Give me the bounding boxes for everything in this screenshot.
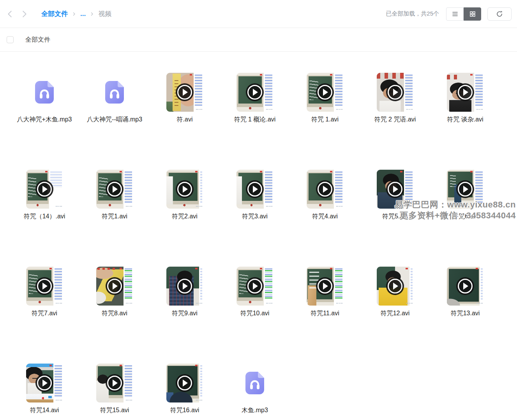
- file-item[interactable]: 符咒4.avi: [290, 170, 360, 267]
- chat-sidebar: [334, 73, 344, 112]
- play-button-icon: [176, 277, 194, 295]
- file-name: 符咒13.avi: [451, 309, 480, 318]
- file-item[interactable]: 符咒16.avi: [150, 364, 220, 420]
- file-item[interactable]: 八大神咒--唱诵.mp3: [79, 73, 150, 170]
- video-thumbnail[interactable]: [166, 170, 203, 209]
- file-item[interactable]: 符咒2.avi: [150, 170, 220, 267]
- file-item[interactable]: 符咒1.avi: [79, 170, 150, 267]
- file-item[interactable]: 符咒 2 咒语.avi: [360, 73, 430, 170]
- chat-sidebar: [404, 170, 414, 209]
- file-item[interactable]: 符咒（14）.avi: [9, 170, 79, 267]
- play-button-icon: [386, 277, 404, 295]
- video-thumbnail[interactable]: [26, 364, 63, 402]
- grid-icon: [469, 11, 476, 18]
- file-item[interactable]: 符咒11.avi: [290, 267, 360, 364]
- file-name: 符咒9.avi: [172, 309, 198, 318]
- audio-thumbnail[interactable]: [105, 81, 124, 104]
- video-thumbnail[interactable]: [447, 73, 484, 112]
- file-item[interactable]: 符.avi: [150, 73, 220, 170]
- file-item[interactable]: 符咒12.avi: [360, 267, 430, 364]
- breadcrumb-all-files[interactable]: 全部文件: [41, 9, 68, 18]
- forward-button[interactable]: [17, 7, 31, 21]
- chat-sidebar: [194, 73, 203, 112]
- play-button-icon: [246, 180, 264, 198]
- file-name: 符咒15.avi: [100, 406, 129, 415]
- select-all-label: 全部文件: [25, 36, 50, 44]
- chat-sidebar: [264, 170, 273, 209]
- refresh-button[interactable]: [487, 7, 512, 21]
- video-thumbnail[interactable]: [236, 73, 273, 112]
- video-thumbnail[interactable]: [307, 73, 344, 112]
- select-all-checkbox[interactable]: [7, 36, 14, 43]
- audio-file-icon: [245, 372, 264, 394]
- chat-sidebar: [404, 73, 414, 112]
- chat-sidebar: [199, 170, 203, 209]
- file-name: 木鱼.mp3: [242, 406, 268, 415]
- file-item[interactable]: 八大神咒+木鱼.mp3: [9, 73, 79, 170]
- video-thumbnail[interactable]: [377, 170, 414, 209]
- file-name: 符咒4.avi: [312, 212, 338, 221]
- video-thumbnail[interactable]: [26, 267, 63, 306]
- play-button-icon: [456, 83, 474, 101]
- list-view-button[interactable]: [446, 7, 464, 21]
- file-item[interactable]: 符咒 1 概论.avi: [220, 73, 290, 170]
- chat-sidebar: [53, 364, 63, 402]
- file-item[interactable]: 木鱼.mp3: [220, 364, 290, 420]
- play-button-icon: [386, 180, 404, 198]
- list-icon: [452, 11, 459, 18]
- video-thumbnail[interactable]: [26, 170, 63, 209]
- file-name: 符咒1.avi: [102, 212, 127, 221]
- video-thumbnail[interactable]: [166, 267, 203, 306]
- play-button-icon: [316, 180, 334, 198]
- breadcrumb-ellipsis[interactable]: ...: [80, 10, 86, 18]
- file-name: 符咒3.avi: [242, 212, 268, 221]
- chat-sidebar: [124, 364, 133, 402]
- video-thumbnail[interactable]: [96, 170, 133, 209]
- audio-file-icon: [35, 81, 54, 104]
- file-item[interactable]: 符咒13.avi: [430, 267, 500, 364]
- video-thumbnail[interactable]: [236, 170, 273, 209]
- chat-sidebar: [474, 73, 484, 112]
- video-thumbnail[interactable]: [96, 267, 133, 306]
- video-thumbnail[interactable]: [96, 364, 133, 402]
- play-button-icon: [316, 277, 334, 295]
- video-thumbnail[interactable]: [307, 267, 344, 306]
- file-name: 符咒12.avi: [381, 309, 410, 318]
- file-name: 符咒2.avi: [172, 212, 198, 221]
- video-thumbnail[interactable]: [236, 267, 273, 306]
- back-button[interactable]: [3, 7, 17, 21]
- video-thumbnail[interactable]: [447, 170, 484, 209]
- play-button-icon: [386, 83, 404, 101]
- chevron-right-icon: [90, 12, 94, 16]
- file-item[interactable]: 符咒9.avi: [150, 267, 220, 364]
- file-item[interactable]: 符咒 1.avi: [290, 73, 360, 170]
- play-button-icon: [35, 374, 53, 392]
- video-thumbnail[interactable]: [166, 73, 203, 112]
- video-thumbnail[interactable]: [166, 364, 203, 402]
- file-item[interactable]: 符咒5.avi: [360, 170, 430, 267]
- file-item[interactable]: 符咒3.avi: [220, 170, 290, 267]
- breadcrumb-current: 视频: [98, 9, 111, 18]
- toolbar: 全部文件 ... 视频 已全部加载，共25个: [0, 0, 517, 28]
- file-item[interactable]: 符咒 谈杂.avi: [430, 73, 500, 170]
- file-name: 符咒5.avi: [382, 212, 408, 221]
- video-thumbnail[interactable]: [447, 267, 484, 306]
- file-item[interactable]: 符咒15.avi: [79, 364, 150, 420]
- video-thumbnail[interactable]: [307, 170, 344, 209]
- chat-sidebar: [199, 267, 203, 306]
- file-name: 八大神咒+木鱼.mp3: [17, 115, 72, 124]
- file-item[interactable]: 符咒6.avi: [430, 170, 500, 267]
- file-item[interactable]: 符咒7.avi: [9, 267, 79, 364]
- file-item[interactable]: 符咒14.avi: [9, 364, 79, 420]
- file-grid: 八大神咒+木鱼.mp3 八大神咒--唱诵.mp3: [0, 52, 517, 420]
- audio-thumbnail[interactable]: [245, 372, 264, 394]
- play-button-icon: [106, 277, 124, 295]
- file-item[interactable]: 符咒8.avi: [79, 267, 150, 364]
- grid-view-button[interactable]: [464, 7, 481, 21]
- file-item[interactable]: 符咒10.avi: [220, 267, 290, 364]
- video-thumbnail[interactable]: [377, 267, 414, 306]
- video-thumbnail[interactable]: [377, 73, 414, 112]
- file-name: 符咒 谈杂.avi: [447, 115, 483, 124]
- chevron-right-icon: [20, 10, 28, 18]
- audio-thumbnail[interactable]: [35, 81, 54, 104]
